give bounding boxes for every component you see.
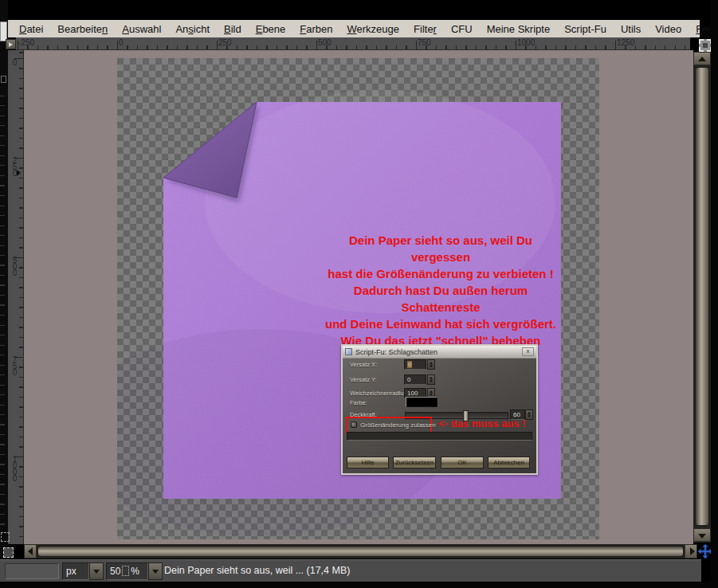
scroll-up-button[interactable] [693, 52, 711, 65]
dialog-titlebar: Script-Fu: Schlagschatten x [343, 346, 536, 359]
zoom-preset-icon [122, 566, 129, 576]
window-right-edge [711, 0, 718, 588]
canvas-note-line: Dadurch hast Du außen herum Schattenrest… [319, 282, 563, 316]
zoom-value: 50 [110, 566, 120, 577]
red-annotation: <- das muss aus ! [438, 417, 525, 429]
menu-auswahl[interactable]: Auswahl [115, 23, 168, 35]
arrow-left-icon [28, 547, 33, 555]
offset-x-value: 0 [407, 361, 412, 368]
vertical-scrollbar-thumb[interactable] [695, 67, 709, 526]
selection-corner-icon[interactable] [699, 39, 712, 52]
status-bar: px 50% Dein Paper sieht so aus, weil ...… [0, 559, 701, 582]
vertical-scrollbar[interactable] [693, 52, 711, 543]
ruler-label: 250 [218, 38, 232, 47]
zoom-control[interactable]: 50% [106, 563, 148, 580]
dialog-progress-bar [347, 432, 532, 441]
background-window-strip [0, 0, 8, 559]
offset-x-spinner[interactable] [427, 359, 435, 370]
percent-sign: % [131, 566, 139, 577]
status-message: Dein Paper sieht so aus, weil ... (17,4 … [164, 565, 350, 576]
menu-bar: DateiBearbeitenAuswahlAnsichtBildEbeneFa… [8, 20, 700, 37]
gimp-window: DateiBearbeitenAuswahlAnsichtBildEbeneFa… [0, 0, 718, 588]
menu-bild[interactable]: Bild [217, 23, 249, 35]
play-triangle-icon [9, 42, 13, 47]
menu-werkzeuge[interactable]: Werkzeuge [340, 23, 407, 35]
ruler-label: 1 0 0 0 [11, 457, 18, 482]
canvas-note-line: hast die Größenänderung zu verbieten ! [319, 265, 563, 282]
ruler-label: 7 5 0 [11, 357, 18, 376]
scroll-down-button[interactable] [693, 528, 711, 542]
background-ruler-ticks [0, 96, 5, 526]
ruler-origin-button[interactable] [6, 39, 16, 49]
ruler-label: 1250 [617, 38, 634, 47]
pointer-position-arrow-icon [17, 170, 21, 176]
ruler-label: -250 [18, 38, 34, 47]
color-label: Farbe: [350, 399, 367, 406]
scroll-left-button[interactable] [24, 544, 37, 559]
scriptfu-dialog-screenshot: Script-Fu: Schlagschatten x Versatz X: 0… [341, 344, 538, 475]
selection-dot [703, 43, 708, 48]
ruler-label: 500 [318, 38, 332, 47]
unit-dropdown-button[interactable] [89, 563, 104, 580]
zurcksetzen-button[interactable]: Zurücksetzen [393, 457, 436, 468]
menu-meine-skripte[interactable]: Meine Skripte [480, 23, 557, 35]
zoom-dropdown-button[interactable] [148, 563, 163, 580]
ruler-label: 5 0 0 [11, 257, 18, 276]
scriptfu-icon [345, 348, 352, 355]
menu-utils[interactable]: Utils [614, 23, 648, 35]
menu-cfu[interactable]: CFU [444, 23, 480, 35]
menu-filter[interactable]: Filter [406, 23, 444, 35]
progress-area [5, 563, 59, 579]
chevron-down-icon [152, 570, 159, 574]
ruler-label: 1000 [517, 38, 535, 47]
canvas-viewport[interactable]: Dein Paper sieht so aus, weil Du vergess… [24, 50, 693, 544]
arrow-up-icon [698, 57, 706, 61]
ruler-label: 0 [119, 38, 124, 47]
offset-y-label: Versatz Y: [350, 376, 377, 383]
background-window-mark [1, 76, 6, 83]
menu-ansicht[interactable]: Ansicht [168, 23, 217, 35]
menu-script-fu[interactable]: Script-Fu [557, 23, 614, 35]
canvas-note-line: Dein Paper sieht so aus, weil Du vergess… [319, 232, 563, 265]
offset-x-label: Versatz X: [350, 361, 377, 368]
abbrechen-button[interactable]: Abbrechen [488, 457, 530, 468]
arrow-right-icon [690, 547, 695, 555]
menu-ebene[interactable]: Ebene [249, 23, 293, 35]
menu-bearbeiten[interactable]: Bearbeiten [50, 23, 115, 35]
window-bottom-edge [0, 582, 718, 588]
menu-farben[interactable]: Farben [292, 23, 339, 35]
opacity-spinner[interactable] [525, 410, 533, 420]
ruler-top-major-ticks [16, 41, 690, 49]
horizontal-scrollbar[interactable] [24, 544, 697, 559]
offset-x-input[interactable]: 0 [404, 359, 426, 370]
dialog-button-row: HilfeZurücksetzenOKAbbrechen [343, 457, 536, 469]
dialog-title: Script-Fu: Schlagschatten [355, 348, 437, 356]
scroll-right-button[interactable] [685, 544, 697, 559]
ruler-top[interactable]: -250025050075010001250 [16, 37, 690, 50]
ruler-left[interactable]: 02 5 05 0 07 5 01 0 0 0 [8, 50, 24, 544]
ok-button[interactable]: OK [441, 457, 484, 468]
ruler-label: 0 [11, 60, 18, 66]
blur-radius-label: Weichzeichnenradius: [350, 390, 408, 397]
canvas-note-line: und Deine Leinwand hat sich vergrößert. [319, 316, 563, 332]
chevron-down-icon [93, 570, 100, 574]
resize-checkbox-label: Größenänderung zulassen [360, 421, 436, 429]
resize-checkbox[interactable] [351, 421, 357, 428]
menu-video[interactable]: Video [648, 23, 689, 35]
ruler-label: 750 [418, 38, 431, 47]
quickmask-toggle-icon[interactable] [3, 547, 14, 558]
unit-select[interactable]: px [62, 563, 89, 580]
close-icon[interactable]: x [522, 347, 534, 356]
offset-y-spinner[interactable] [427, 374, 435, 385]
horizontal-scrollbar-thumb[interactable] [37, 546, 684, 557]
shadow-color-swatch[interactable] [406, 397, 437, 407]
hilfe-button[interactable]: Hilfe [347, 457, 389, 468]
ruler-end-mark [1, 532, 10, 542]
offset-y-input[interactable]: 0 [404, 374, 426, 385]
arrow-down-icon [698, 534, 706, 539]
menu-datei[interactable]: Datei [12, 23, 50, 35]
